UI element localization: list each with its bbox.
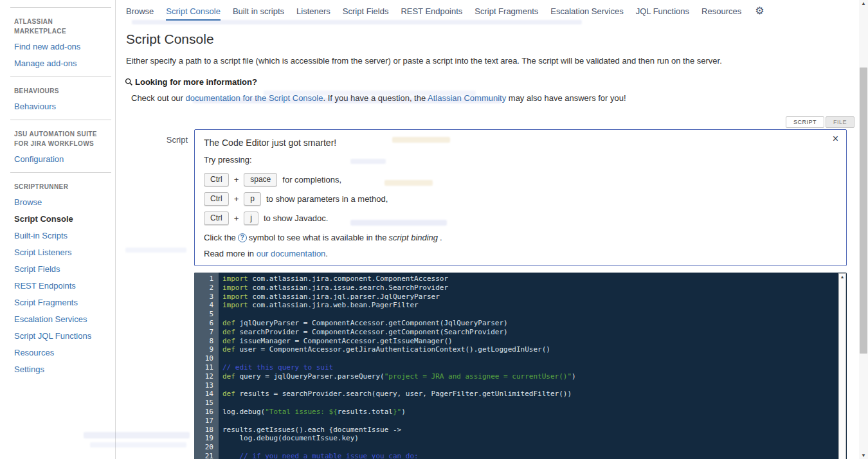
tab-built-in-scripts[interactable]: Built in scripts xyxy=(233,6,284,21)
token-txt: com.atlassian.jira.web.bean.PagerFilter xyxy=(248,301,419,309)
close-icon[interactable]: × xyxy=(833,134,838,144)
tab-rest-endpoints[interactable]: REST Endpoints xyxy=(401,6,462,21)
token-str: "project = JRA and assignee = currentUse… xyxy=(384,372,572,381)
sidebar-item-built-in-scripts[interactable]: Built-in Scripts xyxy=(0,228,115,244)
token-txt: com.atlassian.jira.issue.search.SearchPr… xyxy=(248,284,448,292)
line-number: 13 xyxy=(194,381,213,390)
line-number: 14 xyxy=(194,390,213,399)
token-txt: com.atlassian.jira.jql.parser.JqlQueryPa… xyxy=(248,292,440,301)
popup-title: The Code Editor just got smarter! xyxy=(204,136,837,154)
sidebar-item-script-console[interactable]: Script Console xyxy=(0,211,115,228)
line-number: 1 xyxy=(194,274,213,284)
token-kw: def xyxy=(222,328,235,336)
token-txt: jqlQueryParser = ComponentAccessor.getCo… xyxy=(235,319,508,327)
sidebar-item-behaviours[interactable]: Behaviours xyxy=(0,98,115,115)
token-str: }" xyxy=(393,408,401,416)
scrollbar-down-icon[interactable]: ▼ xyxy=(859,453,868,458)
shortcut-row: Ctrl+pto show parameters in a method, xyxy=(204,192,837,206)
code-line: // edit this query to suit xyxy=(222,363,847,372)
sidebar-item-script-fragments[interactable]: Script Fragments xyxy=(0,294,115,311)
code-line xyxy=(222,381,847,390)
sidebar-item-settings[interactable]: Settings xyxy=(0,361,115,378)
sidebar-item-manage-add-ons[interactable]: Manage add-ons xyxy=(0,55,115,72)
shortcut-row: Ctrl+jto show Javadoc. xyxy=(204,212,837,225)
token-kw: def xyxy=(222,337,235,345)
code-lines[interactable]: import com.atlassian.jira.component.Comp… xyxy=(219,273,847,459)
line-number: 2 xyxy=(194,284,213,292)
code-line xyxy=(222,399,847,408)
token-com: // if you need a mutable issue you can d… xyxy=(222,452,419,459)
question-circle-icon[interactable]: ? xyxy=(238,233,247,242)
sidebar-item-script-jql-functions[interactable]: Script JQL Functions xyxy=(0,328,115,345)
tab-script-fragments[interactable]: Script Fragments xyxy=(475,6,538,21)
mode-tab-script[interactable]: SCRIPT xyxy=(786,116,824,128)
admin-sidebar: ATLASSIAN MARKETPLACEFind new add-onsMan… xyxy=(0,0,116,459)
sidebar-item-script-listeners[interactable]: Script Listeners xyxy=(0,244,115,261)
sidebar-item-resources[interactable]: Resources xyxy=(0,345,115,361)
scrollbar-up-icon[interactable]: ▲ xyxy=(859,1,868,6)
token-txt: log.debug( xyxy=(222,408,265,416)
code-line: def user = ComponentAccessor.getJiraAuth… xyxy=(222,345,847,354)
line-number: 6 xyxy=(194,319,213,328)
line-number: 7 xyxy=(194,328,213,337)
read-more-prefix: Read more in xyxy=(204,249,257,258)
line-number: 19 xyxy=(194,434,213,443)
token-kw: import xyxy=(222,301,248,309)
token-txt: ) xyxy=(401,408,406,416)
code-line xyxy=(222,443,847,452)
documentation-link[interactable]: documentation for the Script Console xyxy=(186,93,323,103)
tab-jql-functions[interactable]: JQL Functions xyxy=(636,6,689,21)
code-editor-hint-popup: × The Code Editor just got smarter! Try … xyxy=(194,129,847,266)
line-number: 16 xyxy=(194,408,213,417)
tab-script-fields[interactable]: Script Fields xyxy=(343,6,389,21)
sidebar-item-escalation-services[interactable]: Escalation Services xyxy=(0,311,115,328)
info-heading: Looking for more information? xyxy=(125,77,859,87)
sidebar-item-script-fields[interactable]: Script Fields xyxy=(0,261,115,278)
code-editor[interactable]: 1234567891011121314151617181920212223242… xyxy=(194,273,847,459)
sidebar-item-rest-endpoints[interactable]: REST Endpoints xyxy=(0,278,115,294)
script-binding-italic: script binding xyxy=(388,233,438,242)
line-number: 20 xyxy=(194,443,213,452)
sidebar-item-find-new-add-ons[interactable]: Find new add-ons xyxy=(0,39,115,55)
our-documentation-link[interactable]: our documentation xyxy=(257,249,326,258)
shortcut-row: Ctrl+spacefor completions, xyxy=(204,173,837,186)
token-com: // edit this query to suit xyxy=(222,363,333,372)
popup-try-pressing: Try pressing: xyxy=(204,154,837,167)
code-line: // if you need a mutable issue you can d… xyxy=(222,452,847,459)
sidebar-section-title-scriptrunner: SCRIPTRUNNER xyxy=(0,177,115,194)
tab-escalation-services[interactable]: Escalation Services xyxy=(550,6,623,21)
editor-column: × The Code Editor just got smarter! Try … xyxy=(194,129,847,459)
scroll-up-icon[interactable]: ▲ xyxy=(839,274,845,279)
gear-icon[interactable]: ⚙ xyxy=(755,6,764,15)
tab-script-console[interactable]: Script Console xyxy=(166,6,221,21)
tab-listeners[interactable]: Listeners xyxy=(296,6,330,21)
line-number: 18 xyxy=(194,426,213,435)
code-line xyxy=(222,354,847,363)
popup-read-more: Read more in our documentation. xyxy=(204,249,837,258)
token-txt: results.getIssues().each {documentIssue … xyxy=(222,426,401,434)
tab-resources[interactable]: Resources xyxy=(701,6,741,21)
scrollbar-thumb[interactable] xyxy=(860,68,867,354)
line-number: 5 xyxy=(194,310,213,319)
shortcut-description: to show Javadoc. xyxy=(264,213,328,223)
atlassian-community-link[interactable]: Atlassian Community xyxy=(428,93,506,103)
sidebar-sections: ATLASSIAN MARKETPLACEFind new add-onsMan… xyxy=(0,7,115,378)
editor-scrollbar[interactable]: ▲ ▼ xyxy=(838,273,846,459)
sidebar-item-browse[interactable]: Browse xyxy=(0,194,115,211)
scriptrunner-tab-bar: BrowseScript ConsoleBuilt in scriptsList… xyxy=(116,0,859,21)
info-heading-text: Looking for more information? xyxy=(135,77,257,87)
mode-tab-file[interactable]: FILE xyxy=(826,116,854,128)
shortcut-description: to show parameters in a method, xyxy=(266,194,388,204)
tab-browse[interactable]: Browse xyxy=(126,6,154,21)
code-line: def issueManager = ComponentAccessor.get… xyxy=(222,337,847,346)
sidebar-section-title-atlassian-marketplace: ATLASSIAN MARKETPLACE xyxy=(0,12,115,39)
token-str: "Total issues: ${ xyxy=(265,408,338,416)
sidebar-item-configuration[interactable]: Configuration xyxy=(0,151,115,168)
sidebar-divider xyxy=(10,76,111,77)
key-j: j xyxy=(244,212,258,225)
token-kw: def xyxy=(222,372,235,381)
sidebar-divider xyxy=(10,120,111,120)
sidebar-divider xyxy=(10,172,111,173)
page-scrollbar[interactable]: ▲ ▼ xyxy=(859,0,868,459)
plus-separator: + xyxy=(234,213,239,223)
